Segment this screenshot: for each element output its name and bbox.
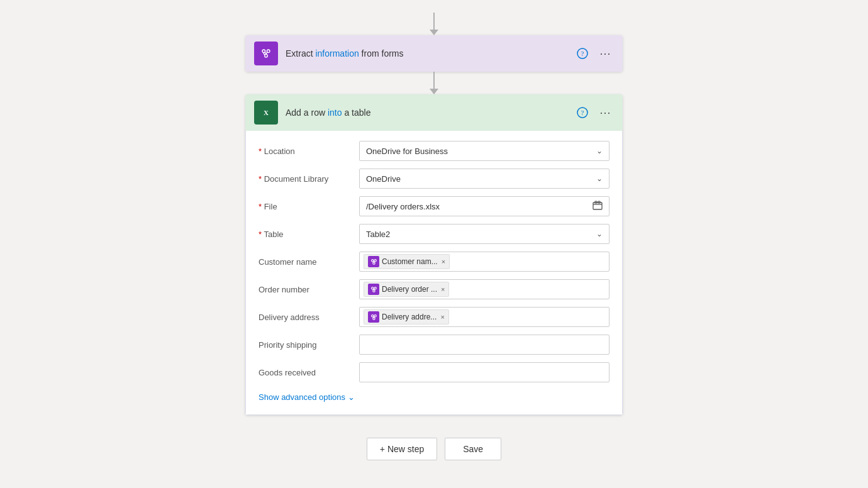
step-excel-title: Add a row into a table bbox=[286, 108, 574, 118]
bottom-actions: + New step Save bbox=[367, 438, 501, 460]
step-excel-actions: ? ⋯ bbox=[574, 103, 614, 122]
table-dropdown[interactable]: Table2 ⌄ bbox=[359, 224, 609, 244]
svg-point-21 bbox=[372, 287, 374, 289]
doc-library-dropdown-arrow: ⌄ bbox=[596, 174, 603, 183]
goods-received-label: Goods received bbox=[259, 368, 359, 377]
doc-library-dropdown[interactable]: OneDrive ⌄ bbox=[359, 169, 609, 189]
order-number-tag-close[interactable]: × bbox=[441, 286, 445, 293]
order-number-tag: Delivery order ... × bbox=[364, 282, 449, 297]
goods-received-input[interactable] bbox=[359, 362, 609, 382]
location-dropdown-arrow: ⌄ bbox=[596, 147, 603, 155]
show-advanced-section: Show advanced options ⌄ bbox=[259, 390, 609, 404]
save-button[interactable]: Save bbox=[445, 438, 501, 460]
delivery-address-tag: Delivery addre... × bbox=[364, 309, 449, 324]
step-extract-header[interactable]: Extract information from forms ? ⋯ bbox=[245, 35, 623, 72]
order-number-field[interactable]: Delivery order ... × bbox=[359, 279, 609, 299]
customer-tag-icon bbox=[368, 256, 379, 267]
delivery-address-label: Delivery address bbox=[259, 313, 359, 322]
file-label: File bbox=[259, 202, 359, 211]
extract-svg-icon bbox=[259, 47, 273, 60]
step-extract-help-button[interactable]: ? bbox=[574, 45, 591, 62]
customer-name-tag-close[interactable]: × bbox=[442, 258, 445, 265]
svg-point-28 bbox=[373, 318, 375, 319]
step-excel-body: Location OneDrive for Business ⌄ Documen… bbox=[245, 131, 623, 415]
show-advanced-chevron-icon: ⌄ bbox=[348, 392, 355, 402]
table-dropdown-arrow: ⌄ bbox=[596, 230, 603, 238]
delivery-address-row: Delivery address Delivery a bbox=[259, 307, 609, 327]
location-dropdown[interactable]: OneDrive for Business ⌄ bbox=[359, 141, 609, 161]
step-extract-title: Extract information from forms bbox=[286, 48, 574, 58]
location-row: Location OneDrive for Business ⌄ bbox=[259, 141, 609, 161]
step-extract-actions: ? ⋯ bbox=[574, 44, 614, 63]
customer-name-tag: Customer nam... × bbox=[364, 254, 450, 269]
svg-point-22 bbox=[374, 287, 376, 289]
workflow-canvas: Extract information from forms ? ⋯ bbox=[0, 0, 868, 488]
file-input[interactable]: /Delivery orders.xlsx bbox=[359, 196, 609, 216]
extract-icon bbox=[254, 42, 278, 65]
excel-svg-icon: X bbox=[259, 105, 274, 120]
step-excel-more-button[interactable]: ⋯ bbox=[597, 103, 614, 122]
priority-shipping-input[interactable] bbox=[359, 335, 609, 355]
help-circle-icon-2: ? bbox=[577, 107, 588, 118]
svg-text:X: X bbox=[264, 109, 269, 116]
svg-line-6 bbox=[264, 54, 265, 55]
svg-rect-13 bbox=[593, 202, 602, 209]
priority-shipping-label: Priority shipping bbox=[259, 340, 359, 350]
svg-point-17 bbox=[374, 260, 376, 262]
svg-point-26 bbox=[372, 315, 374, 317]
customer-name-row: Customer name Customer nam. bbox=[259, 252, 609, 272]
delivery-tag-icon bbox=[368, 311, 379, 323]
file-row: File /Delivery orders.xlsx bbox=[259, 196, 609, 216]
new-step-button[interactable]: + New step bbox=[367, 438, 437, 460]
help-circle-icon: ? bbox=[577, 48, 588, 59]
location-label: Location bbox=[259, 147, 359, 156]
table-row-form: Table Table2 ⌄ bbox=[259, 224, 609, 244]
svg-point-18 bbox=[373, 262, 375, 264]
svg-point-27 bbox=[374, 315, 376, 317]
excel-icon: X bbox=[254, 101, 278, 125]
step-extract-card: Extract information from forms ? ⋯ bbox=[245, 35, 623, 72]
priority-shipping-row: Priority shipping bbox=[259, 335, 609, 355]
order-tag-icon bbox=[368, 284, 379, 295]
delivery-address-tag-close[interactable]: × bbox=[440, 313, 444, 321]
show-advanced-button[interactable]: Show advanced options ⌄ bbox=[259, 390, 355, 404]
goods-received-row: Goods received bbox=[259, 362, 609, 382]
file-browse-icon bbox=[593, 201, 603, 213]
svg-text:?: ? bbox=[581, 50, 584, 57]
customer-name-label: Customer name bbox=[259, 257, 359, 267]
svg-point-2 bbox=[265, 54, 268, 57]
svg-text:?: ? bbox=[581, 109, 584, 116]
connector-middle bbox=[430, 72, 438, 94]
step-excel-card: X Add a row into a table ? ⋯ bbox=[245, 94, 623, 415]
step-extract-more-button[interactable]: ⋯ bbox=[597, 44, 614, 63]
doc-library-label: Document Library bbox=[259, 174, 359, 184]
connector-top bbox=[430, 13, 438, 35]
customer-name-field[interactable]: Customer nam... × bbox=[359, 252, 609, 272]
delivery-address-field[interactable]: Delivery addre... × bbox=[359, 307, 609, 327]
order-number-label: Order number bbox=[259, 285, 359, 294]
table-label: Table bbox=[259, 230, 359, 239]
order-number-row: Order number Delivery order bbox=[259, 279, 609, 299]
step-excel-header[interactable]: X Add a row into a table ? ⋯ bbox=[245, 94, 623, 131]
svg-point-16 bbox=[372, 260, 374, 262]
step-excel-help-button[interactable]: ? bbox=[574, 104, 591, 121]
doc-library-row: Document Library OneDrive ⌄ bbox=[259, 169, 609, 189]
svg-point-23 bbox=[373, 290, 375, 292]
